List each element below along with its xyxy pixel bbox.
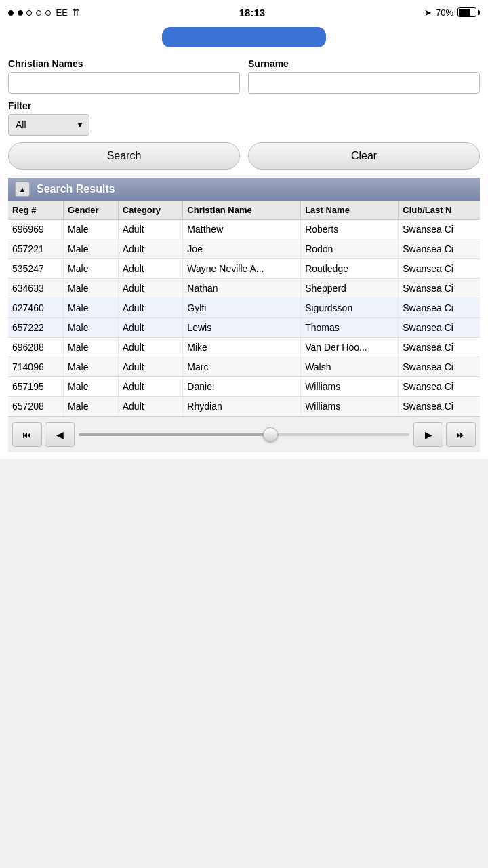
empty-area [0, 459, 488, 730]
first-page-button[interactable]: ⏮ [12, 422, 42, 447]
table-cell: Adult [118, 279, 183, 298]
app-title-bar [0, 24, 488, 52]
col-gender: Gender [64, 201, 119, 220]
table-cell: Swansea Ci [399, 259, 480, 279]
table-cell: 657222 [8, 318, 64, 338]
collapse-icon[interactable]: ▲ [15, 182, 30, 197]
table-cell: 657208 [8, 397, 64, 416]
christian-names-input[interactable] [8, 72, 240, 94]
table-cell: Marc [183, 357, 301, 377]
table-row[interactable]: 696969MaleAdultMatthewRobertsSwansea Ci [8, 220, 480, 239]
table-cell: 696969 [8, 220, 64, 239]
table-cell: Swansea Ci [399, 338, 480, 357]
table-cell: Swansea Ci [399, 279, 480, 298]
carrier-label: EE [56, 7, 68, 18]
search-button[interactable]: Search [8, 142, 240, 170]
battery-tip [478, 10, 480, 15]
surname-label: Surname [248, 58, 480, 69]
table-cell: Routledge [301, 259, 399, 279]
table-cell: Van Der Hoo... [301, 338, 399, 357]
signal-dots [8, 7, 52, 18]
table-cell: Nathan [183, 279, 301, 298]
table-cell: 535247 [8, 259, 64, 279]
table-cell: Matthew [183, 220, 301, 239]
table-row[interactable]: 634633MaleAdultNathanShepperdSwansea Ci [8, 279, 480, 298]
page-slider[interactable] [79, 433, 409, 436]
col-christian-name: Christian Name [183, 201, 301, 220]
table-row[interactable]: 657222MaleAdultLewisThomasSwansea Ci [8, 318, 480, 338]
wifi-icon: ⇈ [72, 7, 80, 18]
next-page-button[interactable]: ▶ [413, 422, 443, 447]
table-cell: Male [64, 298, 119, 318]
table-cell: Swansea Ci [399, 357, 480, 377]
table-cell: Swansea Ci [399, 239, 480, 259]
table-cell: Adult [118, 377, 183, 397]
table-cell: Swansea Ci [399, 397, 480, 416]
results-title: Search Results [37, 183, 115, 195]
results-table: Reg # Gender Category Christian Name Las… [8, 201, 480, 416]
table-cell: Male [64, 259, 119, 279]
table-row[interactable]: 696288MaleAdultMikeVan Der Hoo...Swansea… [8, 338, 480, 357]
table-row[interactable]: 657195MaleAdultDanielWilliamsSwansea Ci [8, 377, 480, 397]
status-time: 18:13 [239, 7, 265, 18]
table-cell: Roberts [301, 220, 399, 239]
table-cell: Male [64, 338, 119, 357]
results-header: ▲ Search Results [8, 178, 480, 201]
status-bar: EE ⇈ 18:13 ➤ 70% [0, 0, 488, 24]
status-left: EE ⇈ [8, 7, 80, 18]
table-cell: Daniel [183, 377, 301, 397]
app-title-scribble [162, 27, 326, 47]
table-row[interactable]: 627460MaleAdultGylfiSigurdssonSwansea Ci [8, 298, 480, 318]
table-cell: Sigurdsson [301, 298, 399, 318]
table-cell: Rodon [301, 239, 399, 259]
form-row: Christian Names Surname [8, 58, 480, 94]
battery-indicator [458, 7, 480, 17]
table-cell: Mike [183, 338, 301, 357]
table-cell: Male [64, 239, 119, 259]
table-cell: 627460 [8, 298, 64, 318]
main-content: Christian Names Surname Filter All Male … [0, 52, 488, 459]
table-cell: Thomas [301, 318, 399, 338]
surname-input[interactable] [248, 72, 480, 94]
table-cell: Male [64, 318, 119, 338]
last-page-button[interactable]: ⏭ [446, 422, 476, 447]
page-slider-track [79, 433, 270, 436]
results-table-wrapper: Reg # Gender Category Christian Name Las… [8, 201, 480, 416]
col-category: Category [118, 201, 183, 220]
table-cell: Gylfi [183, 298, 301, 318]
table-row[interactable]: 535247MaleAdultWayne Neville A...Routled… [8, 259, 480, 279]
filter-section: Filter All Male Female Junior Adult ▼ [8, 100, 480, 136]
filter-select[interactable]: All Male Female Junior Adult [8, 114, 89, 136]
button-row: Search Clear [8, 142, 480, 170]
table-cell: Wayne Neville A... [183, 259, 301, 279]
table-cell: Male [64, 397, 119, 416]
christian-names-label: Christian Names [8, 58, 240, 69]
table-cell: 657221 [8, 239, 64, 259]
table-cell: Adult [118, 318, 183, 338]
prev-page-button[interactable]: ◀ [45, 422, 75, 447]
table-row[interactable]: 657208MaleAdultRhydianWilliamsSwansea Ci [8, 397, 480, 416]
table-cell: Adult [118, 357, 183, 377]
battery-body [458, 7, 476, 17]
table-cell: Walsh [301, 357, 399, 377]
table-cell: Swansea Ci [399, 220, 480, 239]
table-cell: Shepperd [301, 279, 399, 298]
location-icon: ➤ [424, 7, 432, 18]
page-slider-thumb[interactable] [263, 427, 278, 442]
filter-select-wrapper: All Male Female Junior Adult ▼ [8, 114, 89, 136]
table-cell: Williams [301, 397, 399, 416]
table-cell: Male [64, 357, 119, 377]
table-cell: Male [64, 377, 119, 397]
pagination-bar: ⏮ ◀ ▶ ⏭ [8, 416, 480, 452]
table-cell: 696288 [8, 338, 64, 357]
table-cell: Adult [118, 220, 183, 239]
clear-button[interactable]: Clear [248, 142, 480, 170]
table-cell: Williams [301, 377, 399, 397]
table-row[interactable]: 714096MaleAdultMarcWalshSwansea Ci [8, 357, 480, 377]
table-row[interactable]: 657221MaleAdultJoeRodonSwansea Ci [8, 239, 480, 259]
table-cell: Rhydian [183, 397, 301, 416]
battery-percent: 70% [436, 7, 453, 18]
table-cell: Swansea Ci [399, 377, 480, 397]
table-cell: Adult [118, 298, 183, 318]
table-cell: Adult [118, 397, 183, 416]
